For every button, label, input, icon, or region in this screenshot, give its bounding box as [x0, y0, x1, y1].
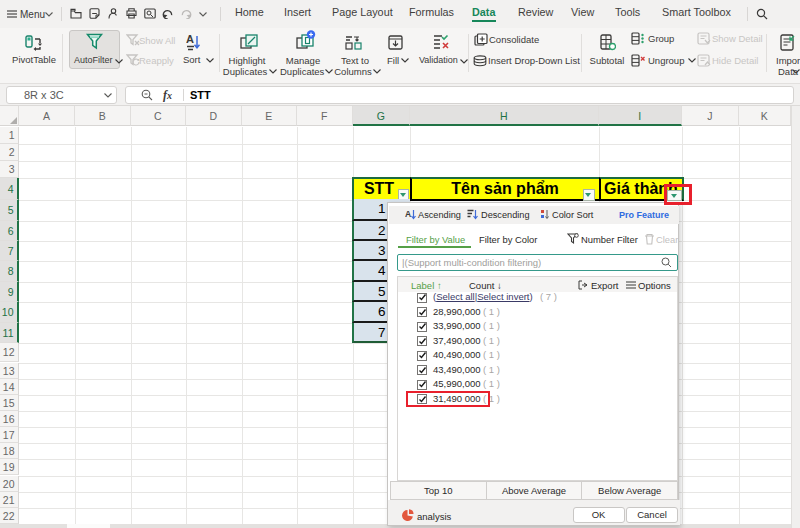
svg-text:A: A	[186, 33, 194, 45]
svg-text:A: A	[405, 209, 411, 219]
